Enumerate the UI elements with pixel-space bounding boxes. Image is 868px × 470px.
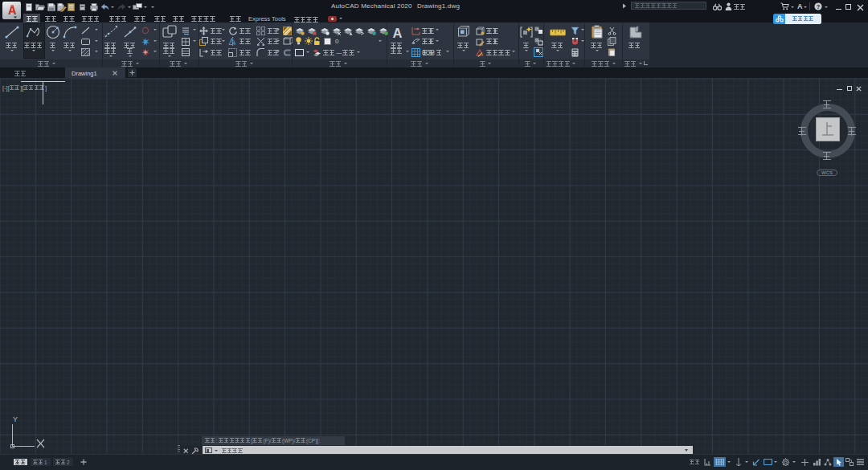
svg-text:?: ? bbox=[817, 2, 821, 10]
